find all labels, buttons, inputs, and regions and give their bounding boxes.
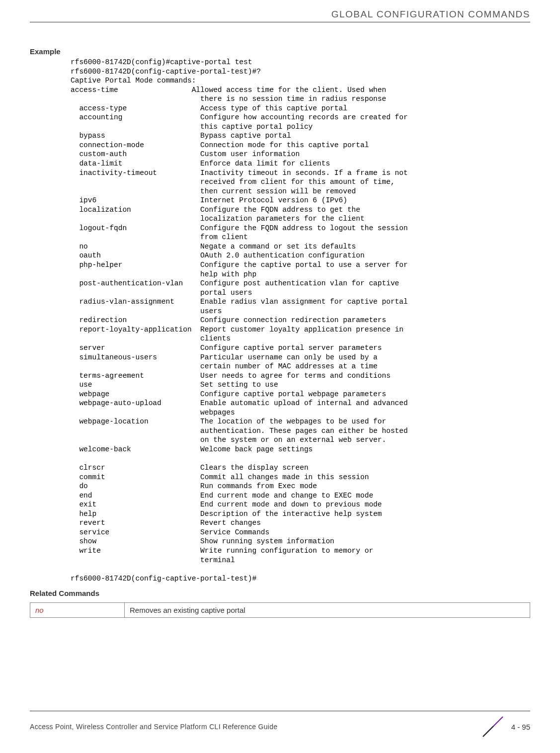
footer-line: Access Point, Wireless Controller and Se…	[30, 715, 530, 738]
page-header: GLOBAL CONFIGURATION COMMANDS	[0, 0, 560, 24]
svg-line-2	[483, 726, 493, 737]
page-number: 4 - 95	[511, 723, 530, 731]
corner-mark-icon	[481, 715, 504, 738]
related-desc: Removes an existing captive portal	[125, 603, 530, 618]
example-code-block: rfs6000-81742D(config)#captive-portal te…	[71, 58, 530, 583]
table-row: no Removes an existing captive portal	[30, 603, 530, 618]
header-rule	[30, 22, 530, 22]
footer-right: 4 - 95	[481, 715, 530, 738]
footer-rule	[30, 711, 530, 711]
related-commands-table: no Removes an existing captive portal	[30, 602, 530, 618]
related-commands-heading: Related Commands	[30, 589, 530, 597]
page-footer: Access Point, Wireless Controller and Se…	[0, 711, 560, 738]
footer-guide-title: Access Point, Wireless Controller and Se…	[30, 723, 277, 731]
example-heading: Example	[30, 47, 530, 56]
related-cmd: no	[30, 603, 125, 618]
page-content: Example rfs6000-81742D(config)#captive-p…	[0, 24, 560, 618]
header-title: GLOBAL CONFIGURATION COMMANDS	[30, 9, 530, 20]
